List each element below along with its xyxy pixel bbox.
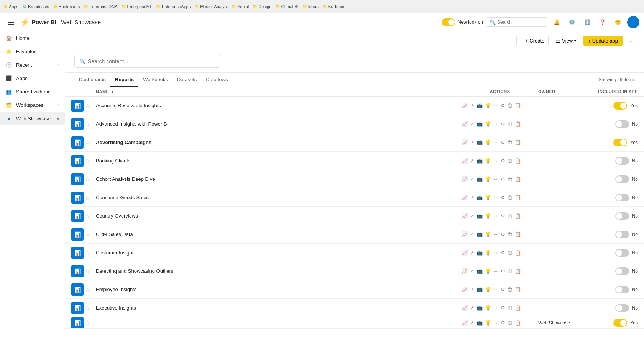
workspace-name[interactable]: Web Showcase bbox=[61, 19, 101, 25]
bookmark-apps[interactable]: ⭐ Apps bbox=[3, 4, 18, 9]
bookmark-masteranalyst[interactable]: 📁 Master Analyst bbox=[194, 4, 228, 9]
report-name-cell[interactable]: Banking Clients bbox=[96, 158, 462, 164]
report-name-cell[interactable]: Advanced Insights with Power BI bbox=[96, 121, 462, 127]
view-button[interactable]: ☰ View ▾ bbox=[552, 36, 580, 46]
view-report-icon[interactable]: 📈 bbox=[462, 320, 468, 326]
table-container[interactable]: 📊 ☆ Accounts Receivable Insights 📈 ↗ 📺 💡… bbox=[65, 97, 644, 362]
sidebar-item-recent[interactable]: 🕐 Recent › bbox=[0, 58, 65, 72]
present-icon[interactable]: 📺 bbox=[476, 195, 483, 200]
copy-icon[interactable]: 📋 bbox=[515, 158, 521, 164]
view-report-icon[interactable]: 📈 bbox=[462, 287, 468, 292]
copy-icon[interactable]: 📋 bbox=[515, 176, 521, 182]
view-report-icon[interactable]: 📈 bbox=[462, 195, 468, 200]
analyze-icon[interactable]: 💡 bbox=[485, 320, 491, 326]
tab-datasets[interactable]: Datasets bbox=[172, 73, 201, 87]
sidebar-item-webshowcase[interactable]: ● Web Showcase ∨ bbox=[0, 112, 65, 125]
present-icon[interactable]: 📺 bbox=[476, 231, 483, 237]
included-toggle-off[interactable] bbox=[615, 267, 629, 275]
settings-icon[interactable]: ⚙ bbox=[501, 195, 505, 200]
report-name-cell[interactable]: Accounts Receivable Insights bbox=[96, 103, 462, 108]
included-toggle-on[interactable] bbox=[613, 319, 627, 327]
view-report-icon[interactable]: 📈 bbox=[462, 139, 468, 145]
copy-icon[interactable]: 📋 bbox=[515, 287, 521, 292]
feedback-button[interactable]: 🙂 bbox=[612, 16, 624, 28]
analyze-icon[interactable]: 💡 bbox=[485, 287, 491, 292]
view-report-icon[interactable]: 📈 bbox=[462, 305, 468, 311]
star-cell[interactable]: ☆ bbox=[85, 268, 96, 274]
sidebar-item-shared[interactable]: 👥 Shared with me bbox=[0, 85, 65, 98]
report-name-cell[interactable]: Consumer Goods Sales bbox=[96, 195, 462, 200]
share-icon[interactable]: ↗ bbox=[470, 231, 474, 237]
bookmark-enterprisedna[interactable]: 📁 EnterpriseDNA bbox=[84, 4, 117, 9]
bookmark-globalbi[interactable]: 📁 Global BI bbox=[276, 4, 299, 9]
report-name[interactable]: Cohort Analysis Deep Dive bbox=[96, 176, 155, 182]
star-icon[interactable]: ☆ bbox=[85, 121, 90, 127]
bookmark-ideas[interactable]: 📁 Ideas bbox=[302, 4, 319, 9]
chat-icon[interactable]: ↔ bbox=[493, 195, 498, 200]
settings-icon[interactable]: ⚙ bbox=[501, 213, 505, 219]
bookmark-bookmarks[interactable]: ⭐ Bookmarks bbox=[53, 4, 80, 9]
present-icon[interactable]: 📺 bbox=[476, 121, 483, 127]
top-search-box[interactable]: 🔍 bbox=[486, 17, 547, 27]
share-icon[interactable]: ↗ bbox=[470, 121, 474, 127]
star-cell[interactable]: ☆ bbox=[85, 250, 96, 256]
create-button[interactable]: + + Create bbox=[516, 36, 549, 46]
new-look-toggle[interactable]: New look on bbox=[442, 18, 483, 26]
share-icon[interactable]: ↗ bbox=[470, 139, 474, 145]
settings-icon[interactable]: ⚙ bbox=[501, 231, 505, 237]
copy-icon[interactable]: 📋 bbox=[515, 268, 521, 274]
report-name[interactable]: Detecting and Showcasing Outliers bbox=[96, 268, 173, 274]
report-name[interactable]: Executive Insights bbox=[96, 305, 136, 311]
star-cell[interactable]: ☆ bbox=[85, 231, 96, 238]
included-toggle-off[interactable] bbox=[615, 175, 629, 183]
delete-icon[interactable]: 🗑 bbox=[508, 250, 513, 256]
chat-icon[interactable]: ↔ bbox=[493, 139, 498, 145]
content-search-box[interactable]: 🔍 bbox=[74, 55, 220, 68]
report-name-cell[interactable]: Customer Insight bbox=[96, 250, 462, 256]
bookmark-design[interactable]: 📁 Design bbox=[253, 4, 271, 9]
report-name[interactable]: Banking Clients bbox=[96, 158, 130, 164]
star-cell[interactable]: ☆ bbox=[85, 121, 96, 127]
help-button[interactable]: ❓ bbox=[596, 16, 609, 28]
chat-icon[interactable]: ↔ bbox=[493, 213, 498, 219]
star-icon[interactable]: ☆ bbox=[85, 176, 90, 182]
analyze-icon[interactable]: 💡 bbox=[485, 250, 491, 256]
view-report-icon[interactable]: 📈 bbox=[462, 231, 468, 237]
delete-icon[interactable]: 🗑 bbox=[508, 139, 513, 145]
present-icon[interactable]: 📺 bbox=[476, 250, 483, 256]
chat-icon[interactable]: ↔ bbox=[493, 305, 498, 311]
chat-icon[interactable]: ↔ bbox=[493, 287, 498, 292]
present-icon[interactable]: 📺 bbox=[476, 213, 483, 219]
copy-icon[interactable]: 📋 bbox=[515, 305, 521, 311]
tab-dataflows[interactable]: Dataflows bbox=[201, 73, 232, 87]
sidebar-item-favorites[interactable]: ⭐ Favorites › bbox=[0, 45, 65, 58]
report-name[interactable]: Employee Insights bbox=[96, 287, 136, 292]
present-icon[interactable]: 📺 bbox=[476, 287, 483, 292]
star-icon[interactable]: ☆ bbox=[85, 139, 90, 146]
bookmark-enterpriseapps[interactable]: 📁 EnterpriseApps bbox=[156, 4, 191, 9]
delete-icon[interactable]: 🗑 bbox=[508, 213, 513, 219]
delete-icon[interactable]: 🗑 bbox=[508, 305, 513, 311]
share-icon[interactable]: ↗ bbox=[470, 103, 474, 108]
star-icon[interactable]: ☆ bbox=[85, 213, 90, 219]
settings-icon[interactable]: ⚙ bbox=[501, 176, 505, 182]
share-icon[interactable]: ↗ bbox=[470, 320, 474, 326]
star-icon[interactable]: ☆ bbox=[85, 231, 90, 238]
present-icon[interactable]: 📺 bbox=[476, 139, 483, 145]
tab-reports[interactable]: Reports bbox=[110, 73, 138, 87]
copy-icon[interactable]: 📋 bbox=[515, 231, 521, 237]
delete-icon[interactable]: 🗑 bbox=[508, 231, 513, 237]
settings-button[interactable]: ⚙️ bbox=[566, 16, 578, 28]
report-name-cell[interactable]: Detecting and Showcasing Outliers bbox=[96, 268, 462, 274]
report-name[interactable]: Advanced Insights with Power BI bbox=[96, 121, 168, 127]
delete-icon[interactable]: 🗑 bbox=[508, 195, 513, 200]
analyze-icon[interactable]: 💡 bbox=[485, 158, 491, 164]
chat-icon[interactable]: ↔ bbox=[493, 176, 498, 182]
settings-icon[interactable]: ⚙ bbox=[501, 250, 505, 256]
view-report-icon[interactable]: 📈 bbox=[462, 213, 468, 219]
view-report-icon[interactable]: 📈 bbox=[462, 121, 468, 127]
sidebar-item-apps[interactable]: ⬛ Apps bbox=[0, 72, 65, 85]
delete-icon[interactable]: 🗑 bbox=[508, 287, 513, 292]
included-toggle-off[interactable] bbox=[615, 304, 629, 312]
view-report-icon[interactable]: 📈 bbox=[462, 158, 468, 164]
